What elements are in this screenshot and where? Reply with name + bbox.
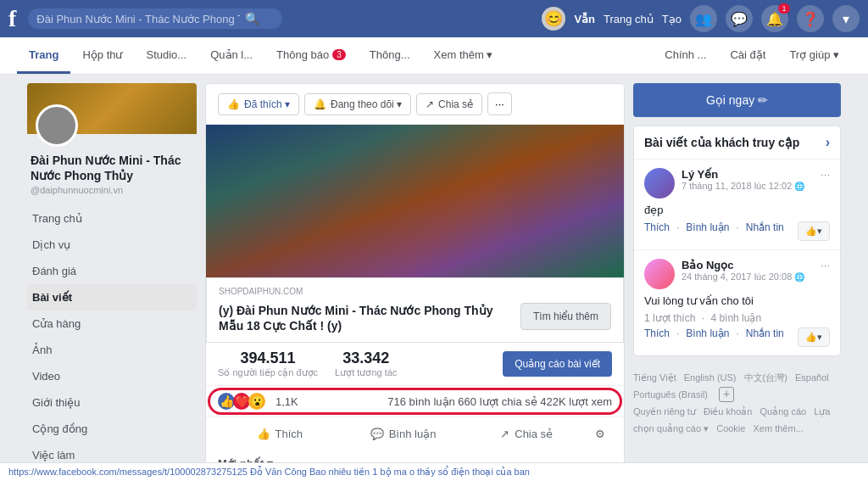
footer-languages: Tiếng Việt English (US) 中文(台灣) Español P…	[633, 370, 841, 404]
sidebar-item-cuahang[interactable]: Cửa hàng	[27, 310, 197, 337]
more-actions-btn[interactable]: ···	[487, 92, 512, 115]
add-language-btn[interactable]: +	[719, 387, 734, 402]
page-name: Đài Phun Nước Mini - Thác Nước Phong Thủ…	[27, 153, 197, 183]
like-label: Đã thích ▾	[244, 98, 290, 110]
sidebar-item-dichvu[interactable]: Dịch vụ	[27, 232, 197, 258]
visitor-1-like-btn[interactable]: 👍▾	[798, 221, 830, 241]
visitor-1-like-link[interactable]: Thích	[644, 221, 670, 241]
visitor-2-stats: 1 lượt thích · 4 bình luận	[644, 312, 830, 324]
learn-more-button[interactable]: Tìm hiểu thêm	[520, 303, 611, 330]
terms-link[interactable]: Điều khoản	[704, 406, 752, 417]
friends-icon-btn[interactable]: 👥	[690, 5, 717, 32]
page-nav-hopthu[interactable]: Hộp thư	[70, 38, 134, 74]
sidebar-item-video[interactable]: Video	[27, 363, 197, 389]
search-icon[interactable]: 🔍	[245, 12, 259, 25]
like-action-btn[interactable]: 👍 Đã thích ▾	[218, 93, 299, 115]
sidebar-item-danhgia[interactable]: Đánh giá	[27, 258, 197, 284]
page-nav-xemthem[interactable]: Xem thêm ▾	[422, 38, 505, 74]
visitor-posts-chevron[interactable]: ›	[826, 135, 830, 150]
cookie-link[interactable]: Cookie	[716, 423, 745, 433]
sidebar-item-tranchu[interactable]: Trang chủ	[27, 205, 197, 232]
page-nav-thong[interactable]: Thông...	[358, 38, 422, 74]
visitor-1-time: 7 tháng 11, 2018 lúc 12:02	[682, 181, 814, 191]
visitor-2-dot2: ·	[736, 327, 738, 347]
visitor-2-likes: 1 lượt thích	[644, 312, 695, 324]
privacy-link[interactable]: Quyền riêng tư	[633, 406, 696, 417]
page-nav-trang[interactable]: Trang	[17, 38, 70, 74]
avatar: 😊	[542, 7, 565, 31]
right-sidebar: Gọi ngay ✏ Bài viết của khách truy cập ›…	[633, 83, 841, 481]
thumbs-up-reaction: 👍	[218, 393, 235, 410]
page-nav-chinh[interactable]: Chính ...	[653, 38, 718, 74]
post-stats-bar: 394.511 Số người tiếp cận được 33.342 Lư…	[206, 343, 624, 386]
lang-chinese[interactable]: 中文(台灣)	[744, 372, 787, 383]
visitor-posts-title: Bài viết của khách truy cập	[644, 136, 799, 149]
interaction-label: Lượt tương tác	[335, 367, 397, 378]
footer-links: Tiếng Việt English (US) 中文(台灣) Español P…	[633, 365, 841, 443]
visitor-2-like-btn[interactable]: 👍▾	[798, 327, 830, 347]
like-interaction-btn[interactable]: 👍 Thích	[218, 421, 342, 447]
visitor-1-text: đẹp	[644, 204, 830, 216]
page-nav-quanly[interactable]: Quản l...	[198, 38, 264, 74]
like-btn-icon: 👍	[257, 428, 270, 440]
visitor-2-more-btn[interactable]: ···	[821, 259, 830, 271]
reaction-count: 1,1K	[275, 395, 298, 408]
heart-reaction: ❤️	[233, 393, 250, 410]
visitor-2-comment-link[interactable]: Bình luận	[686, 327, 729, 347]
notifications-icon-btn[interactable]: 🔔 1	[761, 5, 788, 32]
lang-spanish[interactable]: Español	[795, 372, 829, 383]
messenger-icon-btn[interactable]: 💬	[726, 5, 753, 32]
share-interaction-btn[interactable]: ↗ Chia sẻ	[465, 421, 588, 447]
lang-viet[interactable]: Tiếng Việt	[633, 372, 676, 383]
page-nav-caidat[interactable]: Cài đặt	[718, 38, 777, 74]
reach-number: 394.511	[218, 350, 318, 367]
visitor-2-like-link[interactable]: Thích	[644, 327, 670, 347]
main-layout: Đài Phun Nước Mini - Thác Nước Phong Thủ…	[19, 75, 849, 481]
share-label: Chia sẻ	[438, 98, 473, 110]
post-link-title: (y) Đài Phun Nước Mini - Thác Nước Phong…	[219, 303, 512, 333]
page-nav-thongbao[interactable]: Thông báo 3	[264, 38, 358, 74]
visitor-1-comment-link[interactable]: Bình luận	[686, 221, 729, 241]
page-nav-right: Chính ... Cài đặt Trợ giúp ▾	[653, 38, 851, 74]
nav-create-link[interactable]: Tạo	[662, 13, 682, 25]
lang-portuguese[interactable]: Português (Brasil)	[633, 389, 708, 400]
wow-reaction: 😮	[248, 393, 265, 410]
sidebar-item-anh[interactable]: Ảnh	[27, 337, 197, 363]
more-interaction-btn[interactable]: ⚙	[588, 421, 612, 447]
advertising-link[interactable]: Quảng cáo	[760, 406, 806, 417]
lang-english[interactable]: English (US)	[684, 372, 737, 383]
reach-stat: 394.511 Số người tiếp cận được	[218, 350, 318, 378]
comment-btn-icon: 💬	[370, 428, 384, 440]
visitor-1-name: Lý Yến	[682, 168, 814, 181]
sidebar-item-congdong[interactable]: Cộng đồng	[27, 416, 197, 442]
page-nav-studio[interactable]: Studio...	[134, 38, 198, 74]
share-action-btn[interactable]: ↗ Chia sẻ	[416, 93, 482, 115]
account-menu-btn[interactable]: ▾	[832, 5, 860, 32]
call-now-button[interactable]: Gọi ngay ✏	[633, 83, 841, 117]
visitor-2-message-link[interactable]: Nhắn tin	[746, 327, 784, 347]
follow-action-btn[interactable]: 🔔 Đang theo dõi ▾	[304, 93, 411, 115]
more-link[interactable]: Xem thêm...	[754, 423, 804, 433]
help-icon-btn[interactable]: ❓	[797, 5, 824, 32]
visitor-1-more-btn[interactable]: ···	[821, 168, 830, 181]
sidebar-item-gioithieu[interactable]: Giới thiệu	[27, 389, 197, 416]
center-content: 👍 Đã thích ▾ 🔔 Đang theo dõi ▾ ↗ Chia sẻ…	[205, 83, 625, 481]
visitor-post-2: Bảo Ngọc 24 tháng 4, 2017 lúc 20:08 ··· …	[634, 249, 840, 355]
search-bar[interactable]: 🔍	[28, 8, 282, 29]
search-input[interactable]	[36, 13, 240, 25]
visitor-1-message-link[interactable]: Nhắn tin	[746, 221, 784, 241]
post-interaction-bar: 👍 Thích 💬 Bình luận ↗ Chia sẻ ⚙	[206, 417, 624, 450]
nav-home-link[interactable]: Trang chủ	[604, 13, 654, 25]
page-cover-mini	[27, 83, 197, 134]
comment-btn-label: Bình luận	[389, 428, 437, 440]
boost-post-button[interactable]: Quảng cáo bài viết	[503, 351, 612, 377]
visitor-avatar-1	[644, 168, 675, 199]
comment-interaction-btn[interactable]: 💬 Bình luận	[342, 421, 465, 447]
sidebar-item-baiviet[interactable]: Bài viết	[27, 284, 197, 310]
visitor-posts-header: Bài viết của khách truy cập ›	[634, 126, 840, 159]
share-btn-label: Chia sẻ	[515, 428, 553, 440]
post-link-preview: SHOPDAIPHUN.COM (y) Đài Phun Nước Mini -…	[206, 277, 624, 343]
visitor-posts-widget: Bài viết của khách truy cập › Lý Yến 7 t…	[633, 126, 841, 356]
reaction-details: 716 bình luận 660 lượt chia sẻ 422K lượt…	[387, 395, 612, 408]
page-nav-trogiup[interactable]: Trợ giúp ▾	[777, 38, 851, 74]
